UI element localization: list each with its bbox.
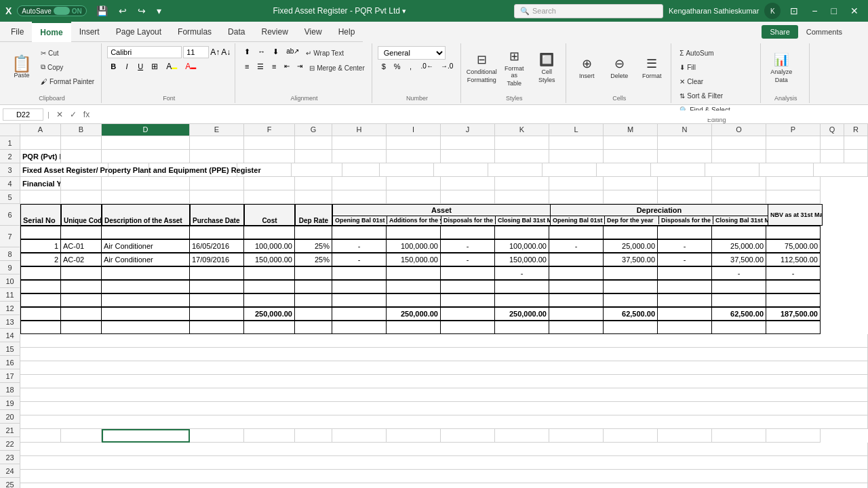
share-button[interactable]: Share <box>762 25 797 39</box>
cell-k11[interactable] <box>549 280 604 293</box>
cell-d5[interactable] <box>190 190 244 204</box>
italic-button[interactable]: I <box>121 61 133 72</box>
cell-g14[interactable] <box>332 321 387 334</box>
row-num-7[interactable]: 7 <box>0 226 20 247</box>
row-num-17[interactable]: 17 <box>0 369 20 383</box>
row-num-6[interactable]: 6 <box>0 204 20 226</box>
cell-h3[interactable] <box>434 163 488 177</box>
number-format-select[interactable]: General Number Currency Accounting Date … <box>378 46 446 60</box>
col-header-f[interactable]: G <box>295 124 332 136</box>
cell-k4[interactable] <box>549 177 604 190</box>
cell-h13[interactable]: 250,000.00 <box>387 307 441 321</box>
cell-c11[interactable] <box>102 280 190 293</box>
cell-d4[interactable] <box>190 177 244 190</box>
row-num-1[interactable]: 1 <box>0 136 20 150</box>
cell-k6[interactable]: Opening Bal 01st Apr <box>551 216 605 224</box>
cell-g5[interactable] <box>332 190 387 204</box>
cell-n1[interactable] <box>712 136 766 150</box>
copy-button[interactable]: ⧉ Copy <box>38 60 97 74</box>
align-top-button[interactable]: ⬆ <box>241 46 254 60</box>
row-num-23[interactable]: 23 <box>0 451 20 464</box>
cell-n9[interactable]: 37,500.00 <box>712 253 766 266</box>
cell-n5[interactable] <box>712 190 766 204</box>
cell-d13[interactable] <box>190 307 244 321</box>
cell-k22[interactable] <box>495 429 549 443</box>
cell-b9[interactable]: AC-02 <box>61 253 102 266</box>
row-num-11[interactable]: 11 <box>0 288 20 302</box>
cell-f2[interactable] <box>295 150 332 163</box>
font-size-input[interactable] <box>183 46 209 58</box>
cell-o1[interactable] <box>766 136 821 150</box>
cell-d22[interactable] <box>102 429 190 443</box>
cell-c14[interactable] <box>102 321 190 334</box>
row-num-10[interactable]: 10 <box>0 274 20 288</box>
format-painter-button[interactable]: 🖌 Format Painter <box>38 75 97 88</box>
format-button[interactable]: ☰ Format <box>637 46 667 89</box>
cell-o22[interactable] <box>712 429 766 443</box>
cell-d6[interactable]: Purchase Date <box>190 204 244 226</box>
enter-formula-button[interactable]: ✓ <box>67 108 79 121</box>
cell-o3[interactable] <box>814 163 868 177</box>
sort-filter-button[interactable]: ⇅ Sort & Filter <box>677 89 726 102</box>
cell-j6[interactable]: Closing Bal 31st Mar <box>496 216 550 224</box>
cell-a1[interactable] <box>20 136 61 150</box>
row-num-4[interactable]: 4 <box>0 177 20 190</box>
conditional-formatting-button[interactable]: ⊟ ConditionalFormatting <box>467 46 496 89</box>
cell-e10[interactable] <box>244 266 295 280</box>
cell-i6[interactable]: Disposals for the year <box>441 216 496 224</box>
cell-i1[interactable] <box>441 136 495 150</box>
cell-d12[interactable] <box>190 293 244 307</box>
cell-e11[interactable] <box>244 280 295 293</box>
format-as-table-button[interactable]: ⊞ Format asTable <box>499 46 529 89</box>
row-num-8[interactable]: 8 <box>0 247 20 261</box>
cell-a12[interactable] <box>20 293 61 307</box>
cell-f11[interactable] <box>295 280 332 293</box>
cell-k14[interactable] <box>549 321 604 334</box>
cell-l8[interactable]: 25,000.00 <box>604 239 658 253</box>
cell-i10[interactable] <box>441 266 495 280</box>
cell-e8[interactable]: 100,000.00 <box>244 239 295 253</box>
minimize-button[interactable]: − <box>808 4 821 18</box>
cell-c7[interactable] <box>102 226 190 239</box>
col-header-b[interactable]: B <box>61 124 102 136</box>
cell-n2[interactable] <box>712 150 766 163</box>
cell-f10[interactable] <box>295 266 332 280</box>
undo-button[interactable]: ↩ <box>115 4 131 18</box>
cell-m11[interactable] <box>658 280 712 293</box>
cell-k10[interactable] <box>549 266 604 280</box>
cell-h1[interactable] <box>387 136 441 150</box>
cell-p22[interactable] <box>766 429 821 443</box>
cell-d11[interactable] <box>190 280 244 293</box>
cell-o7[interactable] <box>766 226 821 239</box>
cell-n14[interactable] <box>712 321 766 334</box>
cell-n10[interactable]: - <box>712 266 766 280</box>
cell-g7[interactable] <box>332 226 387 239</box>
cell-o9[interactable]: 112,500.00 <box>766 253 821 266</box>
col-header-l[interactable]: M <box>604 124 658 136</box>
row-num-13[interactable]: 13 <box>0 315 20 329</box>
font-grow-icon[interactable]: A↑ <box>210 47 220 57</box>
cell-i22[interactable] <box>387 429 441 443</box>
bold-button[interactable]: B <box>107 61 119 72</box>
row-num-19[interactable]: 19 <box>0 396 20 410</box>
currency-button[interactable]: $ <box>378 61 390 72</box>
cell-l2[interactable] <box>604 150 658 163</box>
cell-e6[interactable]: Cost <box>244 204 295 226</box>
cell-l14[interactable] <box>604 321 658 334</box>
cell-c9[interactable]: Air Conditioner <box>102 253 190 266</box>
cell-e5[interactable] <box>244 190 295 204</box>
cell-o5[interactable] <box>766 190 821 204</box>
cell-n6[interactable]: Closing Bal 31st Mar <box>713 216 768 224</box>
cell-k13[interactable] <box>549 307 604 321</box>
autosave-toggle[interactable] <box>54 7 70 15</box>
cell-n11[interactable] <box>712 280 766 293</box>
cell-m9[interactable]: - <box>658 253 712 266</box>
cell-i12[interactable] <box>441 293 495 307</box>
cell-o10[interactable]: - <box>766 266 821 280</box>
cell-h2[interactable] <box>387 150 441 163</box>
insert-function-button[interactable]: fx <box>81 108 92 121</box>
cell-h9[interactable]: 150,000.00 <box>387 253 441 266</box>
cell-k3[interactable] <box>597 163 651 177</box>
cell-reference-box[interactable]: D22 <box>3 108 43 121</box>
cell-l12[interactable] <box>604 293 658 307</box>
